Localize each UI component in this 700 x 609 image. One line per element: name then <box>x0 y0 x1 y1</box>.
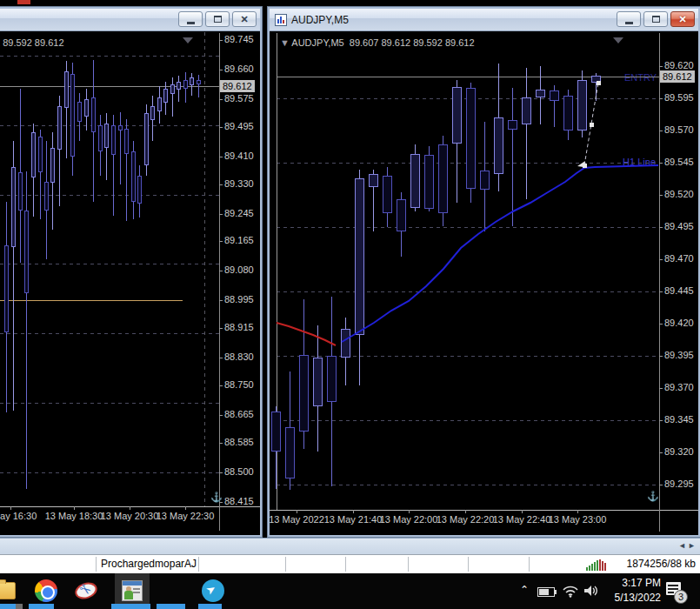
wifi-icon[interactable] <box>562 584 579 601</box>
windows-taskbar: V.GALANTE ⌃ <box>0 573 700 609</box>
price-axis-tick <box>659 259 663 260</box>
price-axis-tick <box>219 385 223 386</box>
restore-button[interactable] <box>205 11 230 27</box>
time-axis-label: 13 May 22:20 <box>437 514 495 525</box>
restore-icon <box>652 16 660 23</box>
price-axis-tick <box>659 324 663 325</box>
candle <box>355 178 364 335</box>
price-axis-tick <box>219 443 223 444</box>
taskbar-running-indicator <box>111 604 150 609</box>
restore-icon <box>214 16 222 23</box>
candle <box>91 97 96 132</box>
time-axis-label: 13 May 22:40 <box>493 514 551 525</box>
chart-window-audjpy-m5[interactable]: AUDJPY,M5 ✕ ▼ AUDJPY,M5 89.607 89.612 89… <box>268 7 700 537</box>
price-axis-tick <box>219 328 223 329</box>
candle <box>452 87 462 144</box>
candle <box>299 355 309 432</box>
status-bar-cell-separator <box>96 557 97 572</box>
chart-window-left[interactable]: ✕ 2 89.592 89.612 89.74589.66089.57589.4… <box>0 7 262 537</box>
file-explorer-icon[interactable] <box>0 582 16 599</box>
price-axis-tick <box>219 184 223 185</box>
time-axis-label: 13 May 18:30 <box>45 511 103 521</box>
time-axis-label: 13 May 22:30 <box>157 511 215 521</box>
candle-wick <box>526 68 527 199</box>
price-axis-label: 89.445 <box>664 285 694 296</box>
candle <box>536 90 545 97</box>
price-axis-label: 89.330 <box>224 178 254 189</box>
price-axis-label: 89.370 <box>664 382 694 392</box>
candle <box>98 125 103 151</box>
time-axis-label: 13 May 20:30 <box>101 511 159 521</box>
scroll-right-arrow-icon[interactable]: ► <box>688 541 696 550</box>
price-axis-tick <box>219 271 223 271</box>
tray-clock[interactable]: 3:17 PM 5/13/2022 <box>600 576 661 606</box>
tray-expand-chevron-icon[interactable]: ⌃ <box>520 584 529 596</box>
minimize-button[interactable] <box>617 11 641 27</box>
snipping-tool-icon[interactable] <box>73 579 99 601</box>
candle <box>50 148 55 183</box>
time-axis-tick <box>130 506 130 510</box>
price-axis-label: 89.495 <box>224 121 254 131</box>
price-axis-tick <box>219 99 223 100</box>
right-window-titlebar[interactable]: AUDJPY,M5 ✕ <box>270 9 698 31</box>
candle <box>57 106 62 150</box>
restore-button[interactable] <box>643 11 668 27</box>
candle <box>563 96 573 130</box>
active-app-icon <box>122 580 143 601</box>
price-axis-tick <box>659 388 663 389</box>
price-axis-label: 89.345 <box>664 414 694 425</box>
time-axis-tick <box>297 510 297 513</box>
chart-ohlc-values: 89.607 89.612 89.592 89.612 <box>350 37 475 48</box>
telegram-icon[interactable] <box>202 579 224 602</box>
candle <box>327 356 337 402</box>
time-axis-tick <box>522 510 523 513</box>
time-axis-tick <box>74 506 75 510</box>
candle <box>111 125 116 155</box>
chrome-icon[interactable] <box>35 579 57 602</box>
battery-icon[interactable] <box>537 587 555 597</box>
price-axis-tick <box>219 415 223 416</box>
connection-bars-icon <box>586 559 606 571</box>
candle <box>438 144 448 213</box>
candle <box>285 427 295 478</box>
current-price-badge: 89.612 <box>660 70 695 83</box>
chart-dropdown-icon[interactable]: ▼ <box>280 37 290 48</box>
candle <box>466 88 476 189</box>
left-chart-area[interactable]: 2 89.592 89.612 89.74589.66089.57589.495… <box>0 32 260 535</box>
minimize-button[interactable] <box>178 11 203 27</box>
minimize-icon <box>187 22 195 24</box>
candle <box>163 89 168 103</box>
status-bar-cell-separator <box>529 557 530 572</box>
candle <box>118 125 123 130</box>
price-axis-tick <box>659 291 663 292</box>
price-axis-label: 89.470 <box>664 253 694 264</box>
price-axis-label: 88.830 <box>224 351 254 362</box>
close-button[interactable]: ✕ <box>232 11 257 27</box>
volume-icon[interactable] <box>583 584 600 601</box>
time-axis-label: 13 May 2022 <box>270 514 324 525</box>
candle <box>177 82 181 90</box>
price-axis-tick <box>659 420 663 421</box>
horizontal-scroll-strip[interactable]: ◄ ► <box>0 538 700 554</box>
price-axis-separator <box>219 33 220 531</box>
price-axis-label: 89.570 <box>664 124 694 135</box>
chart-window-icon <box>275 14 287 26</box>
candle-wick <box>512 88 513 226</box>
taskbar-running-indicator <box>16 604 23 609</box>
time-axis-label: 3 May 16:30 <box>0 511 37 521</box>
price-axis-tick <box>659 163 663 164</box>
candle <box>18 172 23 211</box>
chart-symbol-timeframe: AUDJPY,M5 <box>291 37 343 48</box>
metatrader-workspace: ✕ 2 89.592 89.612 89.74589.66089.57589.4… <box>0 0 700 609</box>
price-axis-tick <box>219 157 223 157</box>
candle <box>480 171 490 190</box>
candle <box>104 124 109 148</box>
close-button[interactable]: ✕ <box>670 11 695 27</box>
right-chart-area[interactable]: ▼ AUDJPY,M5 89.607 89.612 89.592 89.612 … <box>270 32 698 535</box>
scroll-left-arrow-icon[interactable]: ◄ <box>678 541 686 550</box>
candle <box>4 245 9 332</box>
time-axis-label: 13 May 21:40 <box>324 514 383 525</box>
taskbar-running-indicator <box>29 604 54 609</box>
candle <box>11 167 16 247</box>
left-window-titlebar[interactable]: ✕ <box>0 9 260 31</box>
